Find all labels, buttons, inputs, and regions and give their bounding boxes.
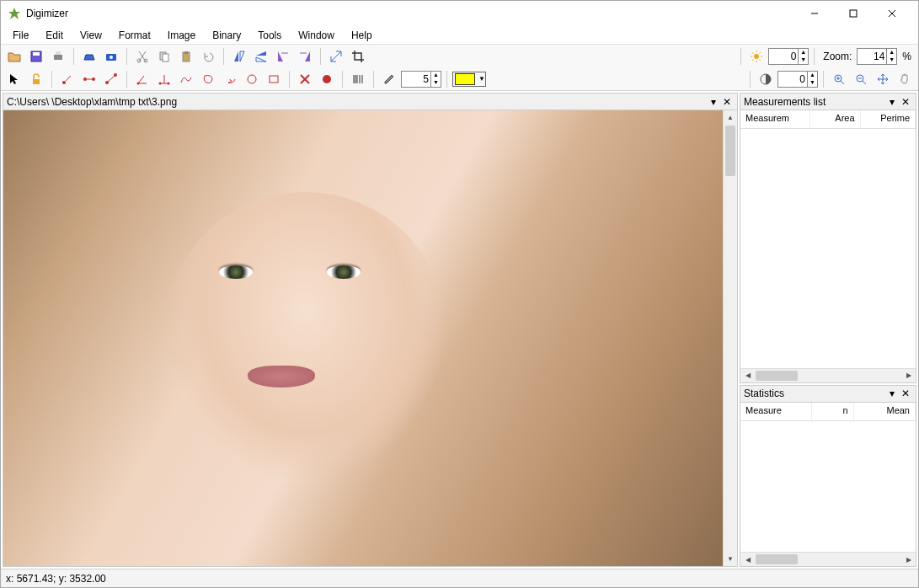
panel-menu-icon[interactable]: ▾ [885, 387, 899, 400]
spin-down-icon[interactable]: ▼ [430, 79, 441, 87]
menu-edit[interactable]: Edit [37, 28, 72, 43]
panel-close-icon[interactable]: ✕ [899, 95, 912, 109]
delete-tool[interactable] [295, 69, 315, 89]
line-width-spinner[interactable]: ▲▼ [401, 71, 441, 88]
paste-button[interactable] [176, 46, 196, 67]
resize-button[interactable] [326, 46, 346, 67]
pencil-tool[interactable] [379, 69, 399, 89]
svg-rect-7 [56, 51, 61, 55]
svg-rect-15 [184, 51, 188, 54]
panel-menu-icon[interactable]: ▾ [885, 95, 899, 109]
scanner-button[interactable] [79, 46, 99, 67]
pointer-tool[interactable] [4, 69, 24, 89]
scroll-thumb[interactable] [756, 554, 798, 564]
open-button[interactable] [4, 46, 24, 67]
col-area[interactable]: Area [810, 110, 861, 128]
scroll-right-icon[interactable]: ▶ [901, 369, 916, 382]
spin-down-icon[interactable]: ▼ [798, 56, 808, 64]
menu-file[interactable]: File [4, 28, 37, 43]
svg-line-24 [760, 52, 761, 54]
col-measure[interactable]: Measure [740, 403, 812, 420]
col-perimeter[interactable]: Perime [861, 110, 916, 128]
crop-button[interactable] [348, 46, 368, 67]
zoom-input[interactable] [858, 51, 886, 62]
menu-format[interactable]: Format [110, 28, 159, 43]
menu-image[interactable]: Image [159, 28, 204, 43]
scroll-thumb[interactable] [756, 371, 798, 381]
toolbar-row-1: ▲▼ Zoom: ▲▼ % [1, 45, 918, 67]
svg-rect-5 [33, 52, 40, 56]
segment-tool[interactable] [101, 69, 121, 89]
zoom-spinner[interactable]: ▲▼ [857, 48, 897, 65]
scroll-left-icon[interactable]: ◀ [740, 553, 755, 566]
barcode-tool[interactable] [348, 69, 368, 89]
panel-close-icon[interactable]: ✕ [899, 387, 912, 400]
flip-h-button[interactable] [229, 46, 249, 67]
close-button[interactable] [873, 1, 911, 26]
print-button[interactable] [48, 46, 68, 67]
scroll-down-icon[interactable]: ▼ [724, 552, 737, 566]
rect-tool[interactable] [264, 69, 284, 89]
zoom-in-button[interactable] [829, 69, 849, 89]
save-button[interactable] [26, 46, 46, 67]
fill-color-picker[interactable]: ▼ [452, 72, 486, 87]
col-mean[interactable]: Mean [854, 403, 916, 420]
menu-binary[interactable]: Binary [204, 28, 249, 43]
measurements-hscroll[interactable]: ◀ ▶ [740, 368, 916, 382]
maximize-button[interactable] [834, 1, 873, 26]
line-tool[interactable] [79, 69, 99, 89]
menu-help[interactable]: Help [343, 28, 381, 43]
undo-button[interactable] [198, 46, 218, 67]
spin-down-icon[interactable]: ▼ [886, 56, 896, 64]
image-canvas[interactable] [3, 110, 723, 566]
brightness-input[interactable] [769, 51, 798, 62]
zoom-out-button[interactable] [851, 69, 871, 89]
menu-window[interactable]: Window [290, 28, 343, 43]
rotate-right-button[interactable] [295, 46, 315, 67]
svg-point-41 [323, 75, 331, 83]
contrast-spinner[interactable]: ▲▼ [777, 71, 818, 88]
spin-down-icon[interactable]: ▼ [807, 79, 817, 87]
menu-tools[interactable]: Tools [249, 28, 290, 43]
col-n[interactable]: n [812, 403, 853, 420]
statistics-hscroll[interactable]: ◀ ▶ [740, 552, 916, 566]
brightness-spinner[interactable]: ▲▼ [768, 48, 809, 65]
col-measurement[interactable]: Measurem [740, 110, 810, 128]
zoom-label: Zoom: [823, 51, 852, 62]
cut-button[interactable] [132, 46, 152, 67]
line-width-input[interactable] [402, 73, 430, 85]
panel-close-icon[interactable]: ✕ [720, 95, 734, 109]
circle-tool[interactable] [242, 69, 262, 89]
point-tool[interactable] [57, 69, 77, 89]
angle-tool[interactable] [132, 69, 152, 89]
lock-tool[interactable] [26, 69, 46, 89]
perp-tool[interactable] [154, 69, 174, 89]
scroll-thumb[interactable] [725, 126, 735, 176]
marker-tool[interactable] [317, 69, 337, 89]
spin-up-icon[interactable]: ▲ [886, 49, 896, 56]
minimize-button[interactable] [795, 1, 834, 26]
spiral-tool[interactable] [220, 69, 240, 89]
spin-up-icon[interactable]: ▲ [807, 72, 817, 79]
scroll-up-icon[interactable]: ▲ [724, 110, 737, 125]
spin-up-icon[interactable]: ▲ [430, 72, 441, 79]
scroll-right-icon[interactable]: ▶ [901, 553, 916, 566]
hand-tool[interactable] [895, 69, 915, 89]
camera-button[interactable] [101, 46, 121, 67]
measurements-header: Measurements list ▾ ✕ [740, 94, 916, 110]
svg-line-22 [760, 59, 761, 61]
closed-path-tool[interactable] [198, 69, 218, 89]
scroll-left-icon[interactable]: ◀ [740, 369, 755, 382]
rotate-left-button[interactable] [273, 46, 293, 67]
flip-v-button[interactable] [251, 46, 271, 67]
panel-menu-icon[interactable]: ▾ [707, 95, 720, 109]
spin-up-icon[interactable]: ▲ [798, 49, 808, 56]
contrast-icon[interactable] [756, 69, 776, 89]
path-tool[interactable] [176, 69, 196, 89]
vertical-scrollbar[interactable]: ▲ ▼ [723, 110, 737, 566]
copy-button[interactable] [154, 46, 174, 67]
menu-view[interactable]: View [72, 28, 110, 43]
move-tool[interactable] [873, 69, 893, 89]
contrast-input[interactable] [778, 73, 807, 85]
brightness-icon[interactable] [746, 46, 767, 67]
